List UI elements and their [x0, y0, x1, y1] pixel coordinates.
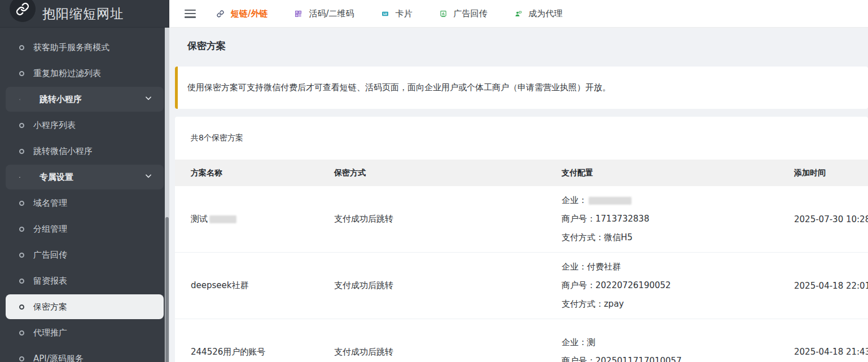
plan-name-cell: 测试 [191, 186, 334, 252]
column-header: 保密方式 [334, 168, 562, 178]
topnav-item-label: 卡片 [396, 8, 413, 19]
top-navbar: 短链/外链 活码/二维码 卡片 广告回传 成为代理 [169, 0, 868, 28]
sidebar-item-广告回传[interactable]: 广告回传 [0, 242, 169, 268]
bullet-icon [19, 356, 24, 361]
topnav-item-label: 活码/二维码 [309, 8, 354, 19]
hamburger-menu-icon[interactable] [185, 10, 196, 18]
palette-icon [19, 172, 30, 183]
topnav-item-label: 广告回传 [454, 8, 488, 19]
sidebar-item-代理推广[interactable]: 代理推广 [0, 320, 169, 346]
topnav-item-label: 短链/外链 [231, 8, 268, 19]
plan-count: 共8个保密方案 [175, 117, 868, 160]
column-header: 支付配置 [562, 168, 794, 178]
bullet-icon [19, 279, 24, 284]
bullet-icon [19, 201, 24, 206]
sidebar-item-label: 跳转微信小程序 [33, 146, 93, 157]
sidebar-item-重复加粉过滤列表[interactable]: 重复加粉过滤列表 [0, 60, 169, 86]
created-time-cell: 2025-04-18 21:43:39 [794, 319, 868, 362]
table-row[interactable]: 244526用户的账号 支付成功后跳转 企业：测 商户号：20250117170… [175, 319, 868, 362]
pay-config-cell: 企业：付费社群 商户号：20220726190052 支付方式：zpay [562, 253, 794, 319]
sidebar-item-跳转微信小程序[interactable]: 跳转微信小程序 [0, 138, 169, 164]
redacted-text [589, 197, 632, 205]
bullet-icon [19, 45, 24, 50]
created-time-cell: 2025-04-18 22:01:37 [794, 253, 868, 319]
sidebar-item-label: 广告回传 [33, 250, 67, 261]
sidebar-group-专属设置[interactable]: 专属设置 [6, 165, 164, 189]
main-content: 保密方案 使用保密方案可支持微信付费后才可查看短链、活码页面，面向企业用户或个体… [169, 28, 868, 362]
sidebar-item-分组管理[interactable]: 分组管理 [0, 216, 169, 242]
sidebar-item-获客助手服务商模式[interactable]: 获客助手服务商模式 [0, 34, 169, 60]
plans-card: 共8个保密方案 方案名称保密方式支付配置添加时间 测试 支付成功后跳转 企业： … [175, 117, 868, 362]
topnav-item-label: 成为代理 [529, 8, 563, 19]
secrecy-method-cell: 支付成功后跳转 [334, 319, 562, 362]
plan-name-cell: 244526用户的账号 [191, 319, 334, 362]
sidebar-item-label: 重复加粉过滤列表 [33, 68, 101, 79]
sidebar-item-label: API/源码服务 [33, 354, 84, 362]
chevron-down-icon [144, 94, 152, 104]
column-header: 添加时间 [794, 168, 868, 178]
sidebar-item-API/源码服务[interactable]: API/源码服务 [0, 346, 169, 362]
column-header: 方案名称 [191, 168, 334, 178]
sidebar-scrollbar-thumb[interactable] [165, 217, 169, 362]
table-row[interactable]: deepseek社群 支付成功后跳转 企业：付费社群 商户号：202207261… [175, 253, 868, 319]
sidebar-item-label: 小程序列表 [33, 120, 76, 131]
pay-config-cell: 企业：测 商户号：2025011717010057 [562, 319, 794, 362]
bullet-icon [19, 71, 24, 76]
sidebar-item-label: 分组管理 [33, 224, 67, 235]
card-icon [382, 8, 392, 19]
table-header-row: 方案名称保密方式支付配置添加时间 [175, 160, 868, 186]
info-alert: 使用保密方案可支持微信付费后才可查看短链、活码页面，面向企业用户或个体工商户（申… [175, 67, 868, 109]
link-icon [217, 8, 227, 19]
app-logo [10, 0, 36, 22]
table-row[interactable]: 测试 支付成功后跳转 企业： 商户号：1713732838 支付方式：微信H5 … [175, 186, 868, 253]
sidebar-group-跳转小程序[interactable]: 跳转小程序 [6, 87, 164, 112]
sidebar-menu: 获客助手服务商模式 重复加粉过滤列表 跳转小程序 小程序列表 跳转微信小程序 专… [0, 28, 169, 362]
mini-program-icon [19, 94, 30, 105]
secrecy-method-cell: 支付成功后跳转 [334, 186, 562, 252]
page-title: 保密方案 [187, 39, 226, 52]
redacted-text [209, 215, 236, 223]
sidebar-item-label: 留资报表 [33, 276, 67, 286]
sidebar-group-label: 跳转小程序 [40, 94, 82, 105]
bullet-icon [19, 123, 24, 128]
sidebar-item-label: 代理推广 [33, 328, 67, 338]
app-title: 抱阳缩短网址 [42, 5, 124, 23]
bullet-icon [19, 227, 24, 232]
chevron-down-icon [144, 172, 152, 182]
topnav-item-短链/外链[interactable]: 短链/外链 [217, 8, 268, 19]
secrecy-method-cell: 支付成功后跳转 [334, 253, 562, 319]
topnav-item-成为代理[interactable]: 成为代理 [515, 8, 563, 19]
app-logo-bar: 抱阳缩短网址 [0, 0, 169, 28]
topnav-items: 短链/外链 活码/二维码 卡片 广告回传 成为代理 [217, 8, 590, 19]
pay-config-cell: 企业： 商户号：1713732838 支付方式：微信H5 [562, 186, 794, 252]
bullet-icon [19, 253, 24, 258]
chain-link-icon [16, 2, 29, 16]
topnav-item-广告回传[interactable]: 广告回传 [440, 8, 488, 19]
bullet-icon [19, 304, 24, 310]
sidebar-group-label: 专属设置 [40, 172, 73, 183]
topnav-item-卡片[interactable]: 卡片 [382, 8, 413, 19]
sidebar-item-域名管理[interactable]: 域名管理 [0, 190, 169, 216]
qrcode-icon [295, 8, 305, 19]
plan-name-cell: deepseek社群 [191, 253, 334, 319]
sidebar-item-label: 获客助手服务商模式 [33, 42, 109, 53]
sidebar-item-保密方案[interactable]: 保密方案 [6, 294, 164, 319]
bullet-icon [19, 330, 24, 335]
bullet-icon [19, 149, 24, 154]
ad-callback-icon [440, 8, 450, 19]
sidebar-item-label: 域名管理 [33, 198, 67, 209]
sidebar-item-留资报表[interactable]: 留资报表 [0, 268, 169, 294]
sidebar: 抱阳缩短网址 获客助手服务商模式 重复加粉过滤列表 跳转小程序 小程序列表 跳转… [0, 0, 169, 362]
sidebar-item-小程序列表[interactable]: 小程序列表 [0, 112, 169, 138]
topnav-item-活码/二维码[interactable]: 活码/二维码 [295, 8, 354, 19]
created-time-cell: 2025-07-30 10:28:04 [794, 186, 868, 252]
sidebar-item-label: 保密方案 [33, 302, 67, 312]
table-body: 测试 支付成功后跳转 企业： 商户号：1713732838 支付方式：微信H5 … [175, 186, 868, 362]
agent-icon [515, 8, 525, 19]
info-alert-text: 使用保密方案可支持微信付费后才可查看短链、活码页面，面向企业用户或个体工商户（申… [187, 82, 611, 93]
